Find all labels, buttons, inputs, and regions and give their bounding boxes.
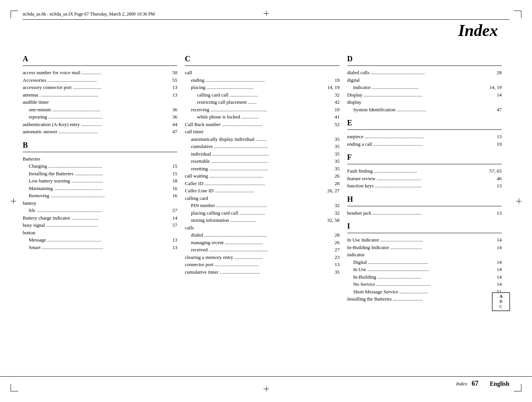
entry-digital-indicator: indicator ..............................… — [347, 84, 502, 91]
section-c-rule — [185, 65, 339, 66]
entry-dialed: dialed .................................… — [185, 231, 339, 239]
entry-busy-signal: busy signal ............................… — [23, 221, 177, 229]
entry-indicator-in-use: In Use .................................… — [347, 266, 502, 273]
entry-display-lower: display — [347, 98, 502, 106]
entry-headset-jack: headset jack ...........................… — [347, 209, 502, 217]
section-e-letter: E — [347, 118, 502, 127]
corner-mark-tr — [514, 11, 521, 18]
section-b-rule — [23, 152, 177, 152]
entry-while-locked: while phone is locked .............. 41 — [185, 113, 339, 121]
entry-call-ending: ending .................................… — [185, 76, 339, 84]
entry-callback: Call Back number .......................… — [185, 121, 339, 128]
section-d-rule — [347, 65, 502, 66]
footer-page-number: 67 — [471, 380, 478, 388]
main-content: A access number for voice mail .........… — [23, 50, 509, 303]
column-ab: A access number for voice mail .........… — [23, 50, 185, 303]
entry-charging: Charging ...............................… — [23, 162, 177, 170]
entry-indicator-no-service: No Service .............................… — [347, 280, 502, 288]
column-defi: D dialed calls .........................… — [347, 50, 509, 303]
entry-call-waiting: call waiting ...........................… — [185, 172, 339, 180]
entry-calls: calls — [185, 224, 339, 232]
entry-battery-life: life ...................................… — [23, 207, 177, 214]
entry-maintaining: Maintaining ............................… — [23, 185, 177, 192]
midmark-left — [11, 198, 16, 204]
section-a-letter: A — [23, 55, 177, 63]
abc-icon: A B C — [492, 292, 510, 311]
entry-caller-line-id: Caller Line ID .........................… — [185, 187, 339, 195]
section-a-rule — [23, 65, 177, 66]
abc-line3: C — [499, 304, 503, 309]
footer-index-label: Index — [456, 381, 467, 387]
entry-feature-review: feature review .........................… — [347, 175, 502, 182]
section-f: F — [347, 153, 502, 164]
entry-battery-charge: Battery charge indicator ...............… — [23, 214, 177, 222]
entry-auto-display: automatically display individual .......… — [185, 136, 339, 143]
entry-message-button: Message ................................… — [23, 236, 177, 244]
midmark-right — [516, 198, 521, 204]
entry-ending-call: ending a call ..........................… — [347, 140, 502, 148]
entry-individual: individual .............................… — [185, 150, 339, 158]
section-e: E — [347, 118, 502, 130]
entry-accessories: Accessories ............................… — [23, 76, 177, 84]
entry-antenna: antenna ................................… — [23, 91, 177, 99]
entry-indicator-sms: Short Message Service ..................… — [347, 288, 502, 296]
page: m3tda_us.bk : m3tda_us.IX Page 67 Thursd… — [0, 0, 532, 402]
entry-calling-card-call: calling card call ......................… — [185, 91, 339, 99]
entry-one-minute: one-minute .............................… — [23, 106, 177, 114]
entry-placing-card-call: placing calling card call ..............… — [185, 209, 339, 217]
entry-repeating: repeating ..............................… — [23, 113, 177, 121]
section-b: B — [23, 141, 177, 152]
entry-battery: battery — [23, 199, 177, 207]
footer: Index 67 English — [0, 376, 532, 388]
entry-authentication: authentication (A-Key) entry ...........… — [23, 121, 177, 128]
entry-storing-info: storing information ....................… — [185, 217, 339, 224]
section-h: H — [347, 195, 502, 206]
entry-audible-timer: audible timer — [23, 98, 177, 106]
entry-pin-number: PIN number .............................… — [185, 202, 339, 209]
section-f-rule — [347, 164, 502, 164]
section-i: I — [347, 222, 502, 233]
entry-dialed-calls: dialed calls ...........................… — [347, 69, 502, 76]
entry-earpiece: earpiece ...............................… — [347, 133, 502, 140]
entry-access-number: access number for voice mail ...........… — [23, 69, 177, 76]
entry-caller-id: Caller ID ..............................… — [185, 180, 339, 187]
entry-batteries: Batteries — [23, 155, 177, 163]
entry-connector-port: connector port .........................… — [185, 261, 339, 268]
section-e-rule — [347, 129, 502, 130]
entry-removing: Removing ...............................… — [23, 192, 177, 199]
entry-smart-button: Smart ..................................… — [23, 244, 177, 251]
entry-automatic-answer: automatic answer .......................… — [23, 128, 177, 136]
midmark-top — [264, 11, 269, 16]
section-d-letter: D — [347, 55, 502, 63]
entry-button: button — [23, 229, 177, 237]
entry-display: Display ................................… — [347, 91, 502, 99]
section-i-letter: I — [347, 222, 502, 231]
entry-indicator-in-building: In-Building ............................… — [347, 273, 502, 281]
entry-resettable: resettable .............................… — [185, 157, 339, 165]
entry-call-receiving: receiving ..............................… — [185, 106, 339, 114]
entry-fault-finding: Fault finding ..........................… — [347, 167, 502, 175]
column-c: C call ending ..........................… — [185, 50, 347, 303]
section-b-letter: B — [23, 141, 177, 150]
section-h-rule — [347, 206, 502, 206]
footer-language: English — [490, 380, 509, 387]
entry-accessory-connector: accessory connector port ...............… — [23, 84, 177, 91]
entry-function-keys: function keys ..........................… — [347, 182, 502, 190]
section-f-letter: F — [347, 153, 502, 162]
entry-system-id: System Identification ..................… — [347, 106, 502, 114]
page-title: Index — [458, 21, 498, 40]
entry-calling-card: calling card — [185, 195, 339, 202]
entry-indicator-digital: Digital ................................… — [347, 259, 502, 266]
entry-indicator: indicator — [347, 251, 502, 259]
entry-call-placing: placing ................................… — [185, 84, 339, 91]
entry-received: received ...............................… — [185, 246, 339, 254]
entry-low-battery: Low battery warning ....................… — [23, 177, 177, 185]
entry-managing-recent: managing recent ........................… — [185, 239, 339, 246]
entry-call: call — [185, 69, 339, 76]
abc-line2: B — [499, 299, 502, 304]
entry-digital: digital — [347, 76, 502, 84]
entry-clearing-memory: clearing a memory entry ................… — [185, 254, 339, 261]
header-filename: m3tda_us.bk : m3tda_us.IX Page 67 Thursd… — [23, 11, 155, 17]
entry-installing-batteries: Installing the Batteries ...............… — [23, 170, 177, 178]
section-i-rule — [347, 233, 502, 233]
